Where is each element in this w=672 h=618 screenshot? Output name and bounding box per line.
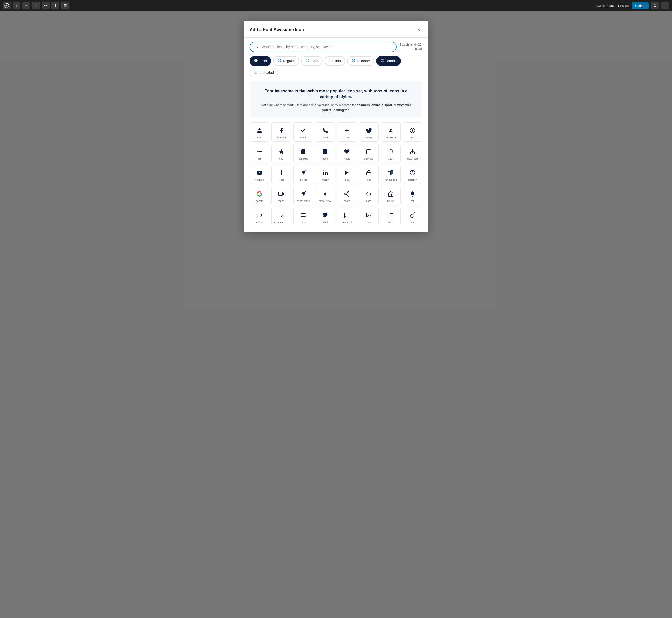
share-icon: [344, 190, 350, 198]
icon-card-folder[interactable]: folder: [381, 207, 401, 226]
icon-card-key[interactable]: key: [403, 207, 422, 226]
icon-card-user-secret[interactable]: user-secret: [381, 122, 401, 141]
wp-topbar: + ✏ ↩ ↪ ℹ ☰ Switch to draft Preview Upda…: [0, 0, 672, 11]
svg-point-57: [324, 192, 325, 193]
icon-card-lock[interactable]: lock: [359, 165, 379, 184]
calendar-icon: [366, 148, 372, 156]
icon-card-code[interactable]: code: [359, 186, 379, 205]
svg-marker-53: [282, 193, 284, 195]
tab-duotone[interactable]: Duotone: [347, 56, 374, 66]
icon-card-comment[interactable]: comment: [337, 207, 357, 226]
tab-uploaded-label: Uploaded: [259, 71, 274, 75]
icon-card-video[interactable]: video: [271, 186, 291, 205]
redo-button[interactable]: ↪: [42, 2, 49, 9]
icon-label-twitter: twitter: [361, 136, 377, 139]
tab-duotone-label: Duotone: [357, 59, 370, 63]
computer-s-icon: S: [278, 211, 284, 219]
icon-label-code: code: [361, 200, 377, 202]
icon-card-play[interactable]: play: [337, 165, 357, 184]
icon-card-coffee[interactable]: coffee: [250, 207, 269, 226]
street-view-icon: [322, 190, 328, 198]
icon-card-plus[interactable]: plus: [337, 122, 357, 141]
wp-logo-icon[interactable]: [3, 2, 11, 9]
svg-rect-54: [279, 192, 282, 196]
icon-card-house[interactable]: house: [381, 186, 401, 205]
icon-card-book[interactable]: book: [315, 143, 335, 163]
switch-draft-link[interactable]: Switch to draft: [595, 4, 616, 8]
icon-card-cross[interactable]: cross: [271, 165, 291, 184]
folder-icon: [388, 211, 394, 219]
icon-card-user[interactable]: user: [250, 122, 269, 141]
tab-light[interactable]: Light: [301, 56, 322, 66]
svg-point-21: [390, 129, 392, 131]
icon-label-list: list: [252, 158, 267, 160]
icon-card-info[interactable]: info: [403, 122, 422, 141]
icon-card-download[interactable]: download: [403, 143, 422, 163]
undo-button[interactable]: ↩: [32, 2, 40, 9]
svg-point-3: [254, 59, 258, 62]
icon-card-list[interactable]: list: [250, 143, 269, 163]
svg-point-75: [368, 214, 368, 214]
tab-thin[interactable]: Thin: [324, 56, 345, 66]
svg-point-15: [354, 60, 354, 61]
preview-link[interactable]: Preview: [618, 4, 629, 8]
play-icon: [344, 169, 350, 177]
tab-light-label: Light: [311, 59, 318, 63]
meteor-icon: [300, 169, 306, 177]
icon-card-bell[interactable]: bell: [403, 186, 422, 205]
modal-title: Add a Font Awesome Icon: [250, 27, 304, 32]
icon-card-image[interactable]: image: [359, 207, 379, 226]
icon-card-youtube[interactable]: youtube: [250, 165, 269, 184]
svg-rect-49: [389, 172, 389, 173]
cross-icon: [278, 169, 284, 177]
settings-button[interactable]: ⚙: [651, 2, 659, 9]
icon-card-facebook[interactable]: facebook: [271, 122, 291, 141]
solid-tab-icon: [254, 59, 258, 64]
icon-label-user: user: [252, 136, 267, 139]
icon-card-meteor[interactable]: meteor: [293, 165, 313, 184]
icon-card-street-view[interactable]: street-view: [315, 186, 335, 205]
icon-card-car-building[interactable]: car-building: [381, 165, 401, 184]
icon-card-twitter[interactable]: twitter: [359, 122, 379, 141]
check-icon: [300, 126, 306, 134]
svg-point-14: [353, 60, 353, 61]
promo-banner: Font Awesome is the web's most popular i…: [250, 81, 422, 118]
question-icon: [410, 169, 415, 177]
tab-regular[interactable]: Regular: [273, 56, 299, 66]
icon-card-computer-s[interactable]: Scomputer-s...: [271, 207, 291, 226]
icon-card-calendar[interactable]: calendar: [359, 143, 379, 163]
icon-card-heart[interactable]: heart: [337, 143, 357, 163]
icon-card-trash[interactable]: trash: [381, 143, 401, 163]
cart-plus-icon: [300, 148, 306, 156]
icon-card-star[interactable]: star: [271, 143, 291, 163]
update-button[interactable]: Update: [632, 2, 649, 9]
icon-card-paper-plane[interactable]: paper-plane: [293, 186, 313, 205]
modal-close-button[interactable]: ×: [415, 26, 422, 33]
info-button[interactable]: ℹ: [51, 2, 59, 9]
icon-card-bars[interactable]: bars: [293, 207, 313, 226]
tab-uploaded[interactable]: Uploaded: [250, 68, 278, 78]
icon-card-question[interactable]: question: [403, 165, 422, 184]
list-view-button[interactable]: ☰: [61, 2, 69, 9]
options-button[interactable]: ⋮: [661, 2, 669, 9]
icon-label-phone: phone: [317, 136, 333, 139]
icon-label-cart-plus: cart-plus: [295, 158, 311, 160]
icon-card-check[interactable]: check: [293, 122, 313, 141]
tab-brands[interactable]: Brands: [376, 56, 401, 66]
icon-card-github[interactable]: github: [315, 207, 335, 226]
linkedin-icon: [322, 169, 328, 177]
tools-button[interactable]: ✏: [22, 2, 30, 9]
search-input[interactable]: [261, 45, 392, 49]
icon-card-linkedin[interactable]: linkedin: [315, 165, 335, 184]
tab-solid[interactable]: Solid: [250, 56, 271, 66]
svg-text:S: S: [282, 215, 283, 216]
github-icon: [322, 211, 328, 219]
icon-card-google[interactable]: google: [250, 186, 269, 205]
icon-card-share[interactable]: share: [337, 186, 357, 205]
icon-card-cart-plus[interactable]: cart-plus: [293, 143, 313, 163]
comment-icon: [344, 211, 350, 219]
add-block-button[interactable]: +: [13, 2, 20, 9]
svg-rect-33: [367, 149, 371, 154]
icon-card-phone[interactable]: phone: [315, 122, 335, 141]
info-icon: [410, 126, 415, 134]
